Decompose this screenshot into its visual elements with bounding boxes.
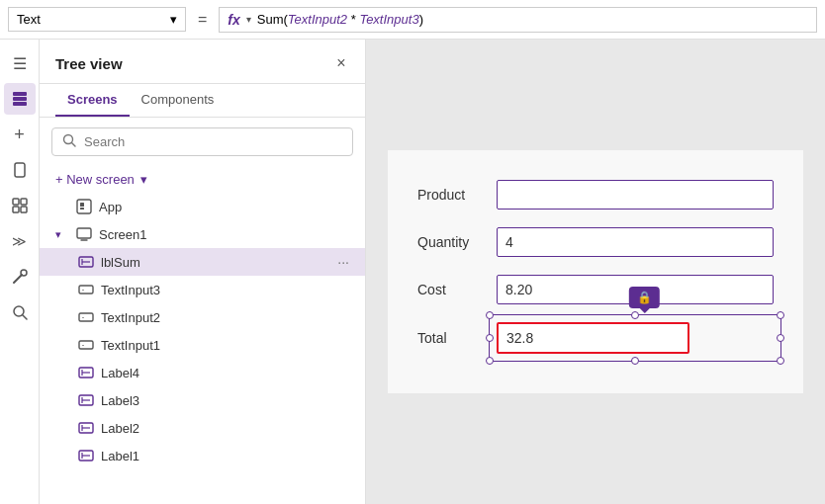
svg-rect-15	[80, 203, 84, 207]
tree-item-label1-label: Label1	[101, 449, 349, 463]
top-bar: Text ▾ = fx ▾ Sum(TextInput2 * TextInput…	[0, 0, 825, 40]
input-icon-textinput3	[77, 281, 95, 298]
search-sidebar-icon-btn[interactable]	[4, 296, 36, 328]
handle-tm[interactable]	[631, 311, 639, 319]
formula-suffix: )	[419, 12, 423, 27]
handle-bm[interactable]	[631, 357, 639, 365]
form-row-quantity: Quantity	[417, 227, 774, 257]
handle-tl[interactable]	[486, 311, 494, 319]
tree-item-textinput1[interactable]: TextInput1	[40, 331, 365, 359]
svg-rect-14	[77, 200, 91, 213]
input-icon-textinput1	[77, 336, 95, 354]
tree-item-screen1-label: Screen1	[99, 227, 349, 242]
close-button[interactable]: ×	[329, 51, 353, 75]
equals-sign: =	[194, 11, 211, 29]
tab-screens[interactable]: Screens	[55, 84, 130, 117]
svg-rect-4	[13, 199, 19, 205]
formula-text: Sum(TextInput2 * TextInput3)	[257, 12, 423, 27]
formula-bar[interactable]: fx ▾ Sum(TextInput2 * TextInput3)	[219, 7, 817, 33]
svg-rect-7	[21, 207, 27, 212]
handle-mr[interactable]	[777, 334, 784, 342]
search-icon	[62, 133, 76, 150]
svg-rect-21	[79, 286, 93, 294]
tree-item-label2[interactable]: Label2	[40, 414, 365, 442]
tree-item-label2-label: Label2	[101, 421, 349, 436]
hamburger-icon-btn[interactable]: ☰	[4, 47, 36, 79]
search-input[interactable]	[84, 134, 342, 149]
canvas-area: Product Quantity Cost Total	[366, 40, 825, 504]
tree-item-app[interactable]: App	[40, 193, 365, 220]
formula-arg2: TextInput3	[359, 12, 418, 27]
tree-item-lblsum[interactable]: lblSum ···	[40, 248, 365, 276]
tree-item-label3-label: Label3	[101, 393, 349, 408]
wrench-icon-btn[interactable]	[4, 261, 36, 293]
handle-bl[interactable]	[486, 357, 494, 365]
input-product[interactable]	[497, 180, 774, 210]
svg-line-13	[72, 143, 76, 147]
label-icon-label2	[77, 419, 95, 437]
svg-point-9	[21, 270, 27, 276]
svg-rect-1	[13, 97, 27, 101]
tree-item-label4-label: Label4	[101, 366, 349, 380]
tree-header: Tree view ×	[40, 40, 365, 84]
tooltip-lock-icon: 🔒	[637, 291, 652, 304]
tab-components[interactable]: Components	[130, 84, 227, 117]
search-box[interactable]	[51, 127, 353, 156]
svg-rect-5	[21, 199, 27, 205]
property-value: Text	[17, 12, 41, 27]
label-icon-label3	[77, 391, 95, 409]
tree-item-label3[interactable]: Label3	[40, 386, 365, 414]
property-dropdown[interactable]: Text ▾	[8, 7, 186, 32]
label-product: Product	[417, 187, 497, 203]
label-icon-lblsum	[77, 253, 95, 271]
grid-icon-btn[interactable]	[4, 190, 36, 221]
svg-rect-17	[77, 228, 91, 238]
screen-icon	[75, 225, 93, 243]
svg-rect-6	[13, 207, 19, 212]
formula-operator: *	[347, 12, 359, 27]
tree-panel: Tree view × Screens Components + New scr…	[40, 40, 366, 504]
form-row-cost: Cost	[417, 275, 774, 304]
input-icon-textinput2	[77, 308, 95, 326]
tree-item-label1[interactable]: Label1	[40, 442, 365, 469]
handle-br[interactable]	[777, 357, 784, 365]
svg-line-8	[14, 275, 22, 283]
new-screen-chevron: ▾	[140, 172, 147, 187]
tree-items: App ▾ Screen1 lblSum ···	[40, 193, 365, 504]
tree-item-textinput1-label: TextInput1	[101, 338, 349, 353]
label-quantity: Quantity	[417, 234, 497, 250]
tree-item-screen1[interactable]: ▾ Screen1	[40, 220, 365, 248]
form-row-product: Product	[417, 180, 774, 210]
svg-line-11	[23, 315, 27, 319]
fx-icon: fx	[228, 12, 239, 28]
formula-arg1: TextInput2	[288, 12, 347, 27]
label-total: Total	[417, 330, 497, 346]
input-total[interactable]	[497, 322, 689, 354]
tree-item-lblsum-label: lblSum	[101, 255, 331, 270]
more-button-lblsum[interactable]: ···	[337, 254, 349, 270]
app-icon	[75, 198, 93, 215]
property-chevron: ▾	[170, 12, 177, 27]
total-input-wrapper: 🔒	[497, 322, 774, 354]
label-icon-label4	[77, 364, 95, 381]
canvas-content: Product Quantity Cost Total	[388, 150, 803, 393]
tree-item-label4[interactable]: Label4	[40, 359, 365, 386]
tree-item-textinput3[interactable]: TextInput3	[40, 276, 365, 303]
svg-rect-23	[79, 313, 93, 321]
new-screen-label: + New screen	[55, 172, 135, 187]
expand-arrow-screen1: ▾	[55, 228, 69, 241]
tree-item-textinput2[interactable]: TextInput2	[40, 303, 365, 331]
svg-rect-0	[13, 92, 27, 96]
tree-item-textinput3-label: TextInput3	[101, 283, 349, 297]
formula-tooltip: 🔒	[629, 287, 660, 308]
new-screen-button[interactable]: + New screen ▾	[40, 166, 365, 193]
svg-rect-2	[13, 102, 27, 106]
handle-tr[interactable]	[777, 311, 784, 319]
code-icon-btn[interactable]: ≫	[4, 225, 36, 257]
tree-item-app-label: App	[99, 200, 349, 214]
input-quantity[interactable]	[497, 227, 774, 257]
phone-icon-btn[interactable]	[4, 154, 36, 186]
plus-icon-btn[interactable]: +	[4, 119, 36, 150]
svg-rect-16	[80, 208, 84, 210]
layers-icon-btn[interactable]	[4, 83, 36, 115]
